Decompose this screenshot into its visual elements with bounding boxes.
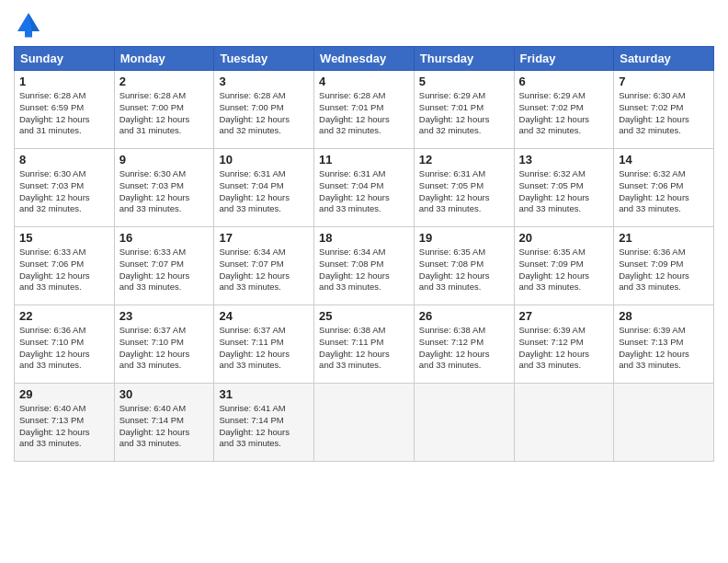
day-info: Sunrise: 6:32 AM Sunset: 7:05 PM Dayligh… (519, 168, 609, 215)
day-info: Sunrise: 6:35 AM Sunset: 7:08 PM Dayligh… (419, 247, 509, 293)
day-info: Sunrise: 6:28 AM Sunset: 7:00 PM Dayligh… (219, 90, 309, 137)
day-number: 24 (219, 309, 309, 323)
day-cell-14: 14Sunrise: 6:32 AM Sunset: 7:06 PM Dayli… (614, 149, 714, 227)
day-number: 10 (219, 153, 309, 167)
day-cell-7: 7Sunrise: 6:30 AM Sunset: 7:02 PM Daylig… (614, 71, 714, 149)
weekday-saturday: Saturday (614, 47, 714, 71)
day-cell-21: 21Sunrise: 6:36 AM Sunset: 7:09 PM Dayli… (614, 227, 714, 305)
day-info: Sunrise: 6:29 AM Sunset: 7:02 PM Dayligh… (519, 90, 609, 137)
day-number: 12 (419, 153, 509, 167)
empty-cell (314, 384, 415, 462)
day-number: 29 (19, 387, 109, 401)
day-number: 11 (319, 153, 409, 167)
weekday-friday: Friday (514, 47, 614, 71)
day-cell-18: 18Sunrise: 6:34 AM Sunset: 7:08 PM Dayli… (314, 227, 415, 305)
day-cell-17: 17Sunrise: 6:34 AM Sunset: 7:07 PM Dayli… (214, 227, 314, 305)
weekday-monday: Monday (114, 47, 214, 71)
day-number: 17 (219, 231, 309, 245)
day-number: 14 (619, 153, 709, 167)
day-info: Sunrise: 6:37 AM Sunset: 7:11 PM Dayligh… (219, 325, 309, 372)
day-number: 8 (19, 153, 109, 167)
day-number: 19 (419, 231, 509, 245)
day-number: 9 (119, 153, 210, 167)
day-cell-8: 8Sunrise: 6:30 AM Sunset: 7:03 PM Daylig… (15, 149, 115, 227)
day-info: Sunrise: 6:33 AM Sunset: 7:06 PM Dayligh… (19, 247, 109, 293)
day-info: Sunrise: 6:31 AM Sunset: 7:04 PM Dayligh… (219, 168, 309, 215)
logo-icon (14, 9, 43, 39)
weekday-thursday: Thursday (414, 47, 514, 71)
day-info: Sunrise: 6:39 AM Sunset: 7:13 PM Dayligh… (619, 325, 709, 372)
empty-cell (614, 384, 714, 462)
week-row-5: 29Sunrise: 6:40 AM Sunset: 7:13 PM Dayli… (15, 384, 714, 462)
week-row-4: 22Sunrise: 6:36 AM Sunset: 7:10 PM Dayli… (15, 305, 714, 384)
day-cell-25: 25Sunrise: 6:38 AM Sunset: 7:11 PM Dayli… (314, 305, 415, 384)
day-cell-5: 5Sunrise: 6:29 AM Sunset: 7:01 PM Daylig… (414, 71, 514, 149)
day-info: Sunrise: 6:41 AM Sunset: 7:14 PM Dayligh… (219, 403, 309, 450)
calendar-table: SundayMondayTuesdayWednesdayThursdayFrid… (14, 46, 714, 462)
day-number: 20 (519, 231, 609, 245)
day-number: 18 (319, 231, 409, 245)
day-info: Sunrise: 6:31 AM Sunset: 7:05 PM Dayligh… (419, 168, 509, 215)
header (14, 9, 714, 39)
empty-cell (514, 384, 614, 462)
day-info: Sunrise: 6:28 AM Sunset: 7:00 PM Dayligh… (119, 90, 210, 137)
day-number: 28 (619, 309, 709, 323)
day-number: 31 (219, 387, 309, 401)
day-cell-28: 28Sunrise: 6:39 AM Sunset: 7:13 PM Dayli… (614, 305, 714, 384)
day-cell-3: 3Sunrise: 6:28 AM Sunset: 7:00 PM Daylig… (214, 71, 314, 149)
day-info: Sunrise: 6:33 AM Sunset: 7:07 PM Dayligh… (119, 247, 210, 293)
week-row-2: 8Sunrise: 6:30 AM Sunset: 7:03 PM Daylig… (15, 149, 714, 227)
weekday-sunday: Sunday (15, 47, 115, 71)
day-number: 21 (619, 231, 709, 245)
week-row-3: 15Sunrise: 6:33 AM Sunset: 7:06 PM Dayli… (15, 227, 714, 305)
day-info: Sunrise: 6:28 AM Sunset: 6:59 PM Dayligh… (19, 90, 109, 137)
weekday-header-row: SundayMondayTuesdayWednesdayThursdayFrid… (15, 47, 714, 71)
day-cell-2: 2Sunrise: 6:28 AM Sunset: 7:00 PM Daylig… (114, 71, 214, 149)
day-number: 7 (619, 75, 709, 88)
day-number: 2 (119, 75, 210, 88)
day-info: Sunrise: 6:30 AM Sunset: 7:03 PM Dayligh… (119, 168, 210, 215)
day-number: 27 (519, 309, 609, 323)
day-cell-10: 10Sunrise: 6:31 AM Sunset: 7:04 PM Dayli… (214, 149, 314, 227)
day-number: 23 (119, 309, 210, 323)
day-cell-22: 22Sunrise: 6:36 AM Sunset: 7:10 PM Dayli… (15, 305, 115, 384)
day-cell-4: 4Sunrise: 6:28 AM Sunset: 7:01 PM Daylig… (314, 71, 415, 149)
day-cell-24: 24Sunrise: 6:37 AM Sunset: 7:11 PM Dayli… (214, 305, 314, 384)
day-number: 30 (119, 387, 210, 401)
day-info: Sunrise: 6:30 AM Sunset: 7:03 PM Dayligh… (19, 168, 109, 215)
day-cell-9: 9Sunrise: 6:30 AM Sunset: 7:03 PM Daylig… (114, 149, 214, 227)
day-cell-27: 27Sunrise: 6:39 AM Sunset: 7:12 PM Dayli… (514, 305, 614, 384)
day-info: Sunrise: 6:34 AM Sunset: 7:08 PM Dayligh… (319, 247, 409, 293)
day-cell-26: 26Sunrise: 6:38 AM Sunset: 7:12 PM Dayli… (414, 305, 514, 384)
day-number: 1 (19, 75, 109, 88)
logo (14, 9, 47, 39)
day-number: 22 (19, 309, 109, 323)
day-number: 3 (219, 75, 309, 88)
day-cell-15: 15Sunrise: 6:33 AM Sunset: 7:06 PM Dayli… (15, 227, 115, 305)
day-info: Sunrise: 6:32 AM Sunset: 7:06 PM Dayligh… (619, 168, 709, 215)
day-info: Sunrise: 6:40 AM Sunset: 7:13 PM Dayligh… (19, 403, 109, 450)
day-number: 26 (419, 309, 509, 323)
day-info: Sunrise: 6:39 AM Sunset: 7:12 PM Dayligh… (519, 325, 609, 372)
day-info: Sunrise: 6:34 AM Sunset: 7:07 PM Dayligh… (219, 247, 309, 293)
day-info: Sunrise: 6:36 AM Sunset: 7:10 PM Dayligh… (19, 325, 109, 372)
day-cell-12: 12Sunrise: 6:31 AM Sunset: 7:05 PM Dayli… (414, 149, 514, 227)
day-cell-23: 23Sunrise: 6:37 AM Sunset: 7:10 PM Dayli… (114, 305, 214, 384)
day-info: Sunrise: 6:31 AM Sunset: 7:04 PM Dayligh… (319, 168, 409, 215)
day-cell-13: 13Sunrise: 6:32 AM Sunset: 7:05 PM Dayli… (514, 149, 614, 227)
day-cell-31: 31Sunrise: 6:41 AM Sunset: 7:14 PM Dayli… (214, 384, 314, 462)
day-number: 16 (119, 231, 210, 245)
day-info: Sunrise: 6:38 AM Sunset: 7:11 PM Dayligh… (319, 325, 409, 372)
day-cell-11: 11Sunrise: 6:31 AM Sunset: 7:04 PM Dayli… (314, 149, 415, 227)
day-info: Sunrise: 6:30 AM Sunset: 7:02 PM Dayligh… (619, 90, 709, 137)
day-cell-16: 16Sunrise: 6:33 AM Sunset: 7:07 PM Dayli… (114, 227, 214, 305)
day-number: 15 (19, 231, 109, 245)
day-number: 13 (519, 153, 609, 167)
empty-cell (414, 384, 514, 462)
page-container: SundayMondayTuesdayWednesdayThursdayFrid… (0, 0, 728, 471)
day-cell-20: 20Sunrise: 6:35 AM Sunset: 7:09 PM Dayli… (514, 227, 614, 305)
day-info: Sunrise: 6:35 AM Sunset: 7:09 PM Dayligh… (519, 247, 609, 293)
weekday-wednesday: Wednesday (314, 47, 415, 71)
day-number: 4 (319, 75, 409, 88)
day-number: 6 (519, 75, 609, 88)
